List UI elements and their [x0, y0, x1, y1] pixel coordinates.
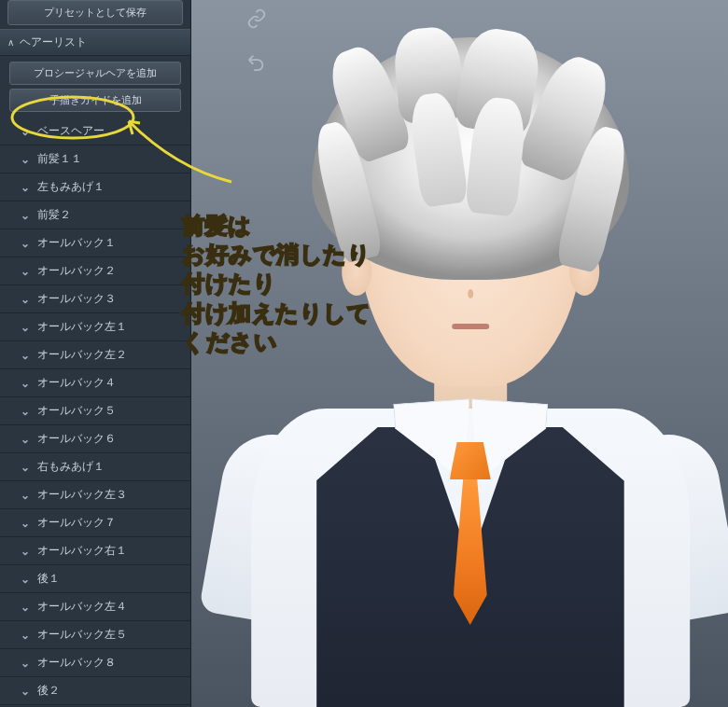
viewport-3d[interactable] [191, 0, 728, 707]
hair-item[interactable]: ⌄オールバック２ [0, 257, 190, 285]
hair-item-label: 後２ [37, 683, 60, 699]
hair-item-label: オールバック左５ [37, 627, 127, 643]
chevron-down-icon: ⌄ [21, 405, 30, 418]
chevron-down-icon: ⌄ [21, 685, 30, 698]
hair-item[interactable]: ⌄オールバック８ [0, 649, 190, 677]
chevron-down-icon: ⌄ [21, 489, 30, 502]
hair-item[interactable]: ⌄オールバック左５ [0, 621, 190, 649]
hair-item[interactable]: ⌄オールバック左１ [0, 313, 190, 341]
hair-item[interactable]: ⌄オールバック１ [0, 229, 190, 257]
link-tool-icon[interactable] [244, 6, 270, 32]
hair-item-label: オールバック左２ [37, 347, 127, 363]
hair-item-label: 前髪２ [37, 207, 71, 223]
hair-item[interactable]: ⌄右もみあげ１ [0, 453, 190, 481]
hair-item-label: ベースヘアー [37, 123, 105, 139]
chevron-down-icon: ⌄ [21, 629, 30, 642]
hair-item-label: オールバック３ [37, 291, 116, 307]
hair-item[interactable]: ⌄オールバック７ [0, 509, 190, 537]
hair-item-label: 前髪１１ [37, 151, 82, 167]
hair-item[interactable]: ⌄オールバック４ [0, 369, 190, 397]
chevron-down-icon: ⌄ [21, 237, 30, 250]
hair-item[interactable]: ⌄オールバック左３ [0, 481, 190, 509]
chevron-down-icon: ⌄ [21, 349, 30, 362]
hair-item-label: オールバック左１ [37, 319, 127, 335]
hair-item-label: オールバック左３ [37, 487, 127, 503]
chevron-down-icon: ⌄ [21, 377, 30, 390]
add-guide-button[interactable]: 手描きガイドを追加 [9, 89, 181, 112]
hair-item-label: オールバック５ [37, 403, 116, 419]
chevron-down-icon: ⌄ [21, 545, 30, 558]
hair-item-label: オールバック右１ [37, 543, 127, 559]
chevron-down-icon: ⌄ [21, 293, 30, 306]
hair-item[interactable]: ⌄オールバック３ [0, 285, 190, 313]
hair-list-section-header[interactable]: ∧ ヘアーリスト [0, 29, 190, 56]
character-model [209, 37, 728, 707]
hair-item-label: オールバック左４ [37, 599, 127, 615]
chevron-down-icon: ⌄ [21, 601, 30, 614]
chevron-down-icon: ⌄ [21, 153, 30, 166]
hair-item[interactable]: ⌄オールバック左２ [0, 341, 190, 369]
hair-item[interactable]: ⌄前髪１１ [0, 146, 190, 173]
hair-item-label: 右もみあげ１ [37, 459, 105, 475]
hair-item-label: オールバック７ [37, 515, 116, 531]
hair-item-label: オールバック６ [37, 431, 116, 447]
hair-item-label: オールバック８ [37, 655, 116, 671]
section-title: ヘアーリスト [20, 35, 87, 50]
hair-item[interactable]: ⌄ベースヘアー [0, 118, 190, 146]
chevron-down-icon: ⌄ [21, 461, 30, 474]
hair-item[interactable]: ⌄オールバック左４ [0, 593, 190, 621]
hair-item[interactable]: ⌄左もみあげ１ [0, 173, 190, 201]
chevron-down-icon: ⌄ [21, 125, 30, 138]
chevron-down-icon: ⌄ [21, 209, 30, 222]
hair-item-label: 左もみあげ１ [37, 179, 105, 195]
hair-item[interactable]: ⌄オールバック右１ [0, 537, 190, 565]
section-buttons: プロシージャルヘアを追加 手描きガイドを追加 [0, 56, 190, 118]
hair-item[interactable]: ⌄後１ [0, 565, 190, 593]
chevron-up-icon: ∧ [7, 37, 14, 48]
hair-item-label: オールバック２ [37, 263, 116, 279]
chevron-down-icon: ⌄ [21, 321, 30, 334]
chevron-down-icon: ⌄ [21, 433, 30, 446]
hair-item[interactable]: ⌄前髪２ [0, 201, 190, 229]
chevron-down-icon: ⌄ [21, 573, 30, 586]
chevron-down-icon: ⌄ [21, 517, 30, 530]
add-procedural-hair-button[interactable]: プロシージャルヘアを追加 [9, 62, 181, 85]
hair-item[interactable]: ⌄オールバック５ [0, 397, 190, 425]
sidebar: プリセットとして保存 ∧ ヘアーリスト プロシージャルヘアを追加 手描きガイドを… [0, 0, 191, 707]
hair-list: ⌄ベースヘアー ⌄前髪１１ ⌄左もみあげ１ ⌄前髪２ ⌄オールバック１ ⌄オール… [0, 118, 190, 707]
hair-item-label: オールバック１ [37, 235, 116, 251]
hair-item[interactable]: ⌄後２ [0, 677, 190, 705]
save-preset-button[interactable]: プリセットとして保存 [7, 0, 183, 25]
hair-item-label: 後１ [37, 571, 60, 587]
hair-item[interactable]: ⌄オールバック６ [0, 425, 190, 453]
chevron-down-icon: ⌄ [21, 657, 30, 670]
hair-item-label: オールバック４ [37, 375, 116, 391]
chevron-down-icon: ⌄ [21, 181, 30, 194]
chevron-down-icon: ⌄ [21, 265, 30, 278]
